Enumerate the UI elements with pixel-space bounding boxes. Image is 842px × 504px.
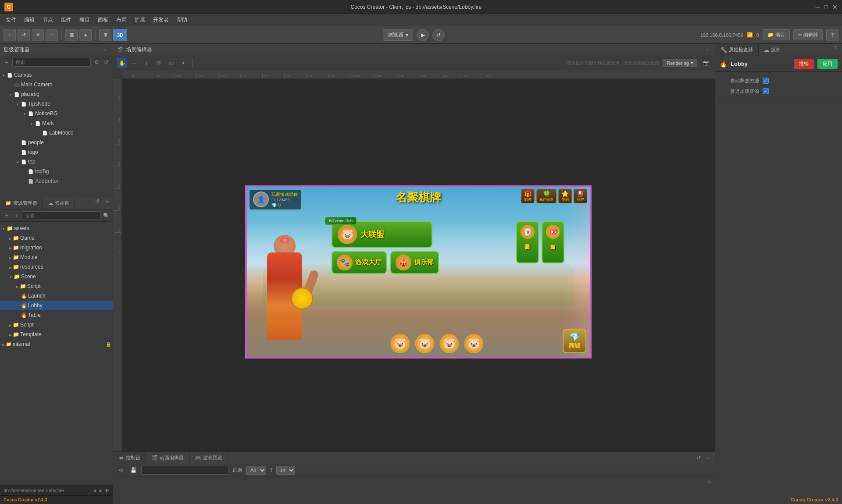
asset-item-script[interactable]: 📁 Script [0,320,113,330]
menu-layout[interactable]: 布局 [113,15,130,25]
menu-component[interactable]: 组件 [57,15,75,25]
assets-search-input[interactable] [22,211,100,220]
toolbar-screenshot-button[interactable]: ▦ [65,29,78,41]
create-club-button[interactable]: BtCreateClub [325,217,357,225]
tree-item-people[interactable]: 📄 people [0,138,113,147]
console-save-icon[interactable]: 💾 [129,466,138,475]
bottom-btn-4[interactable]: 🐷 [464,334,483,353]
status-grid-icon[interactable]: ≡ [99,488,102,493]
menu-edit[interactable]: 编辑 [21,15,38,25]
hierarchy-add-icon[interactable]: ＋ [3,58,11,66]
hierarchy-menu-icon[interactable]: ≡ [101,46,109,54]
toolbar-record-button[interactable]: ● [79,29,92,41]
asset-item-module[interactable]: 📁 Module [0,252,113,262]
banner-club[interactable]: 🎪 俱乐部 [390,251,439,274]
help-button[interactable]: ? [826,29,838,41]
tree-item-noticebg[interactable]: 📄 NoticeBG [0,109,113,118]
asset-item-table[interactable]: 🔥 Table [0,310,113,320]
inspector-menu-icon[interactable]: ≡ [831,44,839,52]
side-banner-open[interactable]: 🃏 已开房间 [516,221,539,263]
toolbar-move-button[interactable]: ⊹ [46,29,58,41]
tree-item-main-camera[interactable]: 🎥 Main Camera [0,80,113,89]
bottom-btn-2[interactable]: 🐷 [415,334,434,353]
console-expand-icon[interactable]: ⊠ [706,478,713,485]
console-tab-console[interactable]: ≫ 控制台 [113,452,146,464]
menu-extend[interactable]: 扩展 [131,15,149,25]
menu-help[interactable]: 帮助 [173,15,191,25]
rendering-dropdown[interactable]: Rendering ▾ [663,59,697,67]
banner-daliomeng[interactable]: 🐷 大联盟 [332,221,432,248]
auto-release-checkbox[interactable]: ✓ [763,78,769,84]
tree-item-mark[interactable]: 📄 Mark [0,118,113,128]
top-btn-3[interactable]: ⭐ 签到 [558,189,572,203]
asset-item-lobby[interactable]: 🔥 Lobby [0,301,113,310]
assets-refresh-icon[interactable]: ↺ [93,197,101,205]
scene-tool-extra[interactable]: ✦ [178,58,189,68]
menu-project[interactable]: 项目 [76,15,93,25]
menu-file[interactable]: 文件 [2,15,20,25]
tree-item-addbutton[interactable]: 📄 AddButton [0,176,113,186]
asset-item-resources[interactable]: 📁 resources [0,262,113,272]
asset-item-template[interactable]: 📁 Template [0,330,113,339]
console-clear-icon[interactable]: ⊘ [117,466,125,475]
hierarchy-search-input[interactable] [12,58,91,67]
font-size-dropdown[interactable]: 14 [276,466,295,475]
asset-item-internal[interactable]: 📁 internal 🔒 [0,339,113,349]
scene-tool-rotate[interactable]: ↕ [141,58,152,68]
top-btn-1[interactable]: 🎁 邮件 [521,189,535,203]
tree-item-plazabg[interactable]: 📄 plazabg [0,89,113,99]
toolbar-select-button[interactable]: ✕ [32,29,44,41]
project-button[interactable]: 📁 项目 [763,29,790,40]
refresh-button[interactable]: ↺ [432,29,445,41]
toolbar-add-button[interactable]: ＋ [4,29,16,41]
scene-tool-hand[interactable]: ✋ [117,58,127,68]
side-banner-join[interactable]: 🎯 加入房间 [542,221,564,263]
console-filter-input[interactable] [141,466,229,475]
toolbar-3d-toggle[interactable]: 3D [113,29,127,41]
tree-item-tipsnode[interactable]: 📄 TipsNode [0,99,113,109]
assets-menu-icon[interactable]: ≡ [103,197,111,205]
console-tab-preview[interactable]: 🎮 游戏预览 [189,452,228,464]
console-tab-animation[interactable]: 🎬 动画编辑器 [146,452,189,464]
console-filter-dropdown[interactable]: All [246,466,266,475]
tree-item-logo[interactable]: 📄 logo [0,147,113,157]
apply-button[interactable]: 应用 [817,59,838,69]
scene-menu-icon[interactable]: ≡ [703,46,711,54]
hierarchy-refresh-icon[interactable]: ↺ [102,58,110,66]
asset-item-script-scene[interactable]: 📁 Script [0,281,113,291]
tree-item-canvas[interactable]: 📄 Canvas [0,70,113,80]
menu-panel[interactable]: 面板 [94,15,112,25]
tree-item-top[interactable]: 📄 top [0,157,113,167]
assets-search-icon[interactable]: 🔍 [102,212,110,220]
asset-item-game[interactable]: 📁 Game [0,233,113,243]
browser-dropdown[interactable]: 浏览器 ▾ [383,29,413,41]
bottom-btn-1[interactable]: 🐷 [390,334,410,353]
maximize-button[interactable]: □ [824,4,828,11]
close-button[interactable]: ✕ [832,4,838,11]
inspector-tab-service[interactable]: ☁ 服务 [759,44,786,56]
play-button[interactable]: ▶ [417,29,429,41]
top-btn-2[interactable]: 🍀 幸运转盘 [536,189,557,203]
bottom-btn-3[interactable]: 🐷 [439,334,459,353]
asset-item-migration[interactable]: 📁 migration [0,243,113,252]
scene-viewport[interactable]: 👤 玩家游戏昵称 ID 123456 💎 0 名聚棋牌 [122,79,715,451]
menu-developer[interactable]: 开发者 [150,15,172,25]
tree-item-topbg[interactable]: 📄 topBg [0,167,113,176]
camera-icon[interactable]: 📷 [701,58,711,68]
status-eye-icon[interactable]: 👁 [104,488,109,493]
tree-item-labmotice[interactable]: 📄 LabMotice [0,128,113,138]
toolbar-refresh-button[interactable]: ↺ [18,29,30,41]
assets-tab-cloud[interactable]: ☁ 云函数 [43,197,75,209]
banner-gamehall[interactable]: 🐾 游戏大厅 [332,251,387,274]
minimize-button[interactable]: ─ [816,4,820,11]
assets-tab-manager[interactable]: 📁 资源管理器 [0,197,43,209]
asset-item-launch[interactable]: 🔥 Launch [0,291,113,301]
top-btn-4[interactable]: 🎴 棋牌 [574,189,587,203]
scene-tool-rect[interactable]: ▭ [166,58,176,68]
lazy-load-checkbox[interactable]: ✓ [763,88,769,94]
cancel-button[interactable]: 撤销 [794,59,814,69]
status-menu-icon[interactable]: ≡ [93,488,96,493]
menu-node[interactable]: 节点 [39,15,57,25]
hierarchy-filter-icon[interactable]: ⚙ [93,58,100,66]
inspector-tab-properties[interactable]: 🔧 属性检查器 [715,44,759,56]
